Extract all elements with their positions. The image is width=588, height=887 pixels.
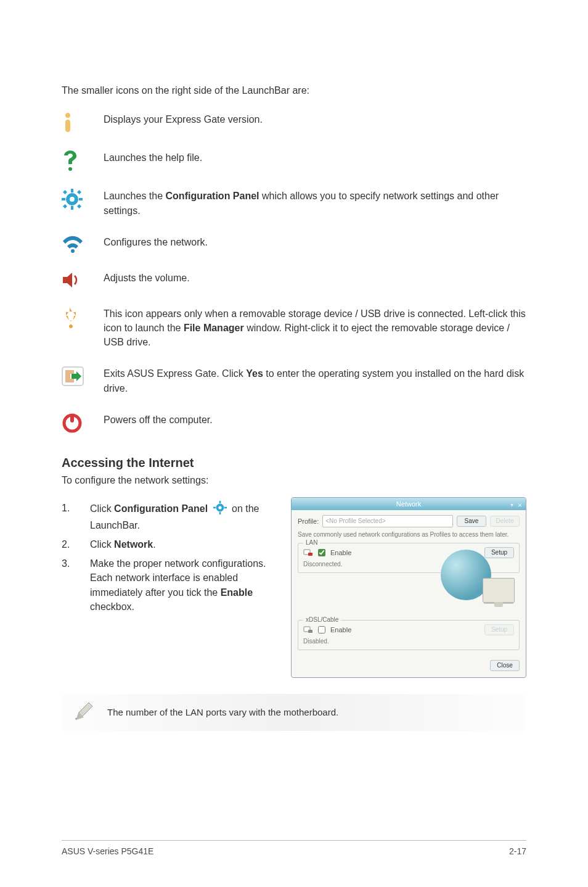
gear-icon	[213, 501, 227, 518]
launchbar-icon-volume-row: Adjusts the volume.	[62, 271, 526, 289]
launchbar-icon-power-row: Powers off the computer.	[62, 413, 526, 434]
profile-label: Profile:	[298, 518, 319, 525]
svg-rect-26	[308, 630, 312, 633]
usb-icon	[62, 307, 78, 330]
network-config-window: Network ▾ ✕ Profile: <No Profile Selecte…	[291, 497, 526, 678]
usb-desc-bold: File Manager	[184, 323, 244, 333]
note-callout: The number of the LAN ports vary with th…	[62, 694, 526, 731]
svg-rect-8	[63, 190, 67, 194]
profile-select[interactable]: <No Profile Selected>	[322, 515, 453, 527]
xdsl-status-text: Disabled.	[303, 638, 514, 645]
launchbar-icon-help-row: Launches the help file.	[62, 151, 526, 171]
step-2-pre: Click	[90, 539, 114, 550]
step-2: 2. Click Network.	[62, 537, 272, 551]
svg-rect-10	[63, 204, 67, 208]
xdsl-group: xDSL/Cable Enable Setup Disabled.	[298, 620, 520, 650]
config-desc-bold: Configuration Panel	[166, 191, 259, 201]
exit-desc-bold: Yes	[246, 368, 263, 379]
svg-rect-24	[308, 553, 312, 556]
xdsl-legend: xDSL/Cable	[303, 616, 341, 623]
page-footer: ASUS V-series P5G41E 2-17	[62, 846, 526, 856]
step-2-bold: Network	[114, 539, 153, 550]
svg-rect-9	[77, 190, 81, 194]
window-controls[interactable]: ▾ ✕	[510, 499, 522, 511]
lan-legend: LAN	[303, 539, 320, 546]
step-3-post: checkbox.	[90, 601, 134, 612]
lan-icon	[303, 548, 313, 558]
network-row-desc: Configures the network.	[104, 235, 526, 249]
svg-rect-6	[62, 198, 65, 200]
gear-icon	[62, 189, 83, 210]
exit-icon	[62, 366, 84, 386]
step-1: 1. Click Configuration Panel on the Laun…	[62, 501, 272, 532]
svg-rect-18	[219, 501, 221, 503]
usb-row-desc: This icon appears only when a removable …	[104, 307, 526, 350]
exit-desc-part1: Exits ASUS Express Gate. Click	[104, 368, 246, 379]
svg-rect-5	[71, 206, 73, 210]
profile-select-placeholder: <No Profile Selected>	[325, 518, 385, 524]
network-globe-illustration	[441, 546, 515, 614]
footer-left: ASUS V-series P5G41E	[62, 846, 153, 856]
launchbar-icon-config-row: Launches the Configuration Panel which a…	[62, 189, 526, 217]
delete-button: Delete	[490, 516, 520, 527]
step-1-number: 1.	[62, 501, 90, 532]
power-icon	[62, 413, 83, 434]
xdsl-enable-checkbox[interactable]	[318, 626, 325, 633]
svg-rect-19	[219, 512, 221, 514]
note-callout-text: The number of the LAN ports vary with th…	[107, 707, 338, 717]
step-2-number: 2.	[62, 537, 90, 551]
lan-enable-label: Enable	[330, 549, 351, 556]
step-3-number: 3.	[62, 556, 90, 614]
speaker-icon	[62, 271, 80, 289]
save-button[interactable]: Save	[457, 516, 486, 527]
info-row-desc: Displays your Express Gate version.	[104, 112, 526, 126]
launchbar-icon-network-row: Configures the network.	[62, 235, 526, 254]
svg-rect-7	[79, 198, 83, 200]
svg-rect-20	[213, 506, 216, 508]
svg-point-13	[71, 249, 75, 253]
footer-right: 2-17	[509, 846, 526, 856]
step-1-bold: Configuration Panel	[114, 503, 208, 514]
config-desc-part1: Launches the	[104, 191, 166, 201]
svg-point-12	[70, 197, 75, 202]
launchbar-icon-exit-row: Exits ASUS Express Gate. Click Yes to en…	[62, 366, 526, 395]
help-icon	[62, 151, 79, 171]
step-3: 3. Make the proper network configuration…	[62, 556, 272, 614]
intro-text: The smaller icons on the right side of t…	[62, 84, 526, 97]
svg-rect-21	[224, 506, 227, 508]
lan-enable-checkbox[interactable]	[318, 549, 325, 556]
svg-point-0	[65, 113, 70, 118]
power-row-desc: Powers off the computer.	[104, 413, 526, 427]
volume-row-desc: Adjusts the volume.	[104, 271, 526, 285]
launchbar-icon-info-row: Displays your Express Gate version.	[62, 112, 526, 133]
network-window-titlebar: Network ▾ ✕	[292, 498, 526, 510]
svg-rect-1	[65, 120, 70, 132]
section-subintro: To configure the network settings:	[62, 475, 526, 486]
step-2-post: .	[153, 539, 155, 550]
step-1-pre: Click	[90, 503, 114, 514]
close-button[interactable]: Close	[490, 660, 520, 671]
xdsl-setup-button: Setup	[484, 624, 514, 635]
svg-rect-4	[71, 189, 73, 192]
profile-note: Save commonly used network configuration…	[298, 531, 520, 538]
xdsl-enable-label: Enable	[330, 626, 351, 633]
info-icon	[62, 112, 74, 133]
svg-rect-11	[77, 204, 81, 208]
svg-point-22	[218, 506, 221, 509]
svg-rect-16	[70, 414, 74, 423]
wifi-icon	[62, 235, 84, 254]
config-row-desc: Launches the Configuration Panel which a…	[104, 189, 526, 217]
exit-row-desc: Exits ASUS Express Gate. Click Yes to en…	[104, 366, 526, 395]
launchbar-icon-usb-row: This icon appears only when a removable …	[62, 307, 526, 350]
pencil-note-icon	[73, 701, 95, 724]
section-heading-accessing-internet: Accessing the Internet	[62, 456, 526, 470]
xdsl-icon	[303, 625, 313, 635]
svg-point-2	[68, 167, 72, 171]
network-window-title: Network	[396, 500, 421, 508]
step-3-bold: Enable	[221, 587, 253, 598]
help-row-desc: Launches the help file.	[104, 151, 526, 165]
